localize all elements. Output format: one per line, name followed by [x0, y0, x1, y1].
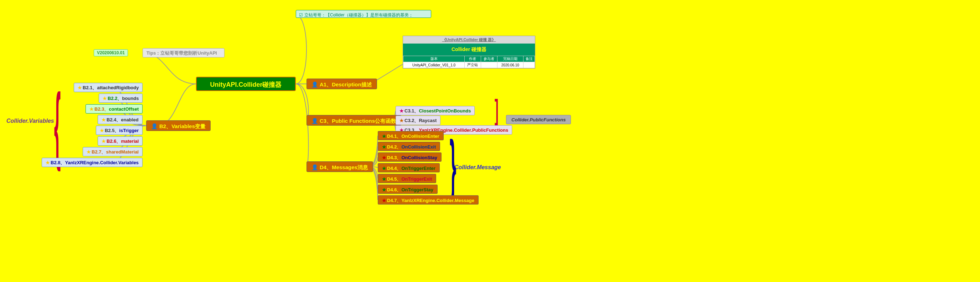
star-icon: ★: [382, 176, 386, 182]
person-icon: 👤: [312, 118, 318, 124]
branch-d4-label: D4、Messages消息: [320, 164, 368, 170]
branch-d4[interactable]: 👤D4、Messages消息: [307, 161, 373, 172]
leaf-D4.5[interactable]: ★D4.5、OnTriggerExit: [378, 174, 436, 183]
bullet-icon: ★: [89, 106, 94, 112]
root-node[interactable]: UnityAPI.Collider碰撞器: [196, 77, 296, 91]
top-note: ☑立钻哥哥：【Collider（碰撞器）】是所有碰撞器的基类；: [296, 10, 431, 18]
leaf-B2.6[interactable]: ★B2.6、material: [98, 136, 143, 146]
branch-b2[interactable]: 👤B2、Variables变量: [146, 120, 211, 131]
star-icon: ★: [399, 108, 404, 114]
star-icon: ★: [382, 198, 386, 203]
star-icon: ★: [382, 155, 386, 160]
bullet-icon: ★: [87, 149, 91, 155]
leaf-D4.4[interactable]: ★D4.4、OnTriggerEnter: [378, 163, 440, 172]
doc-table: 版本作者参与者完稿日期备注 UnityAPI_Collider_V01_1.0严…: [403, 56, 535, 68]
tips-node: Tips：立钻哥哥带您剖析UnityAPI: [143, 48, 224, 58]
bullet-icon: ★: [102, 138, 106, 144]
doc-th: 备注: [523, 56, 535, 62]
star-icon: ★: [382, 166, 386, 171]
check-icon: ☑: [299, 13, 303, 18]
bullet-icon: ★: [78, 85, 82, 90]
star-icon: ★: [382, 133, 386, 139]
branch-a1[interactable]: 👤A1、Description描述: [307, 79, 377, 89]
leaf-C3.2[interactable]: ★C3.2、Raycast: [396, 115, 441, 125]
leaf-D4.6[interactable]: ★D4.6、OnTriggerStay: [378, 184, 438, 194]
leaf-B2.2[interactable]: ★B2.2、bounds: [99, 93, 143, 103]
leaf-D4.1[interactable]: ★D4.1、OnCollisionEnter: [378, 131, 444, 140]
leaf-D4.3[interactable]: ★D4.3、OnCollisionStay: [378, 152, 442, 162]
doc-subtitle: Collider 碰撞器: [403, 43, 535, 56]
tag-message: Collider.Message: [454, 164, 501, 171]
person-icon: 👤: [151, 123, 158, 129]
leaf-C3.1[interactable]: ★C3.1、ClosestPointOnBounds: [396, 106, 475, 115]
doc-td: 2020.06.10: [497, 62, 523, 68]
document-preview: 《UnityAPI.Collider 碰撞 器》 Collider 碰撞器 版本…: [403, 36, 535, 69]
leaf-B2.1[interactable]: ★B2.1、attachedRigidbody: [74, 83, 143, 92]
bullet-icon: ★: [103, 96, 107, 101]
bullet-icon: ★: [46, 160, 50, 165]
doc-th: 参与者: [481, 56, 497, 62]
leaf-D4.2[interactable]: ★D4.2、OnCollisionExit: [378, 142, 440, 151]
doc-td: 严立钻: [465, 62, 481, 68]
doc-th: 版本: [403, 56, 465, 62]
branch-c3[interactable]: 👤C3、Public Functions公有函数: [307, 115, 401, 126]
doc-td: [481, 62, 497, 68]
bullet-icon: ★: [100, 128, 104, 133]
branch-a1-label: A1、Description描述: [320, 82, 372, 87]
doc-th: 作者: [465, 56, 481, 62]
tag-publicfunctions: Collider.PublicFunctions: [506, 115, 571, 124]
brace-right-d4-icon: }: [450, 126, 457, 205]
star-icon: ★: [399, 118, 404, 123]
star-icon: ★: [382, 144, 386, 149]
leaf-B2.4[interactable]: ★B2.4、enabled: [98, 115, 143, 124]
leaf-D4.7[interactable]: ★D4.7、YanlzXREngine.Collider.Message: [378, 195, 479, 205]
bullet-icon: ★: [102, 117, 106, 122]
person-icon: 👤: [312, 82, 318, 87]
brace-right-c3-icon: ]: [495, 93, 498, 127]
branch-b2-label: B2、Variables变量: [159, 123, 205, 129]
leaf-B2.3[interactable]: ★B2.3、contactOffset: [86, 104, 143, 114]
doc-th: 完稿日期: [497, 56, 523, 62]
doc-td: UnityAPI_Collider_V01_1.0: [403, 62, 465, 68]
leaf-B2.7[interactable]: ★B2.7、sharedMaterial: [83, 147, 143, 156]
version-badge: V20200610.01: [94, 49, 128, 56]
person-icon: 👤: [312, 164, 318, 170]
leaf-B2.8[interactable]: ★B2.8、YanlzXREngine.Collider.Variables: [42, 158, 143, 167]
star-icon: ★: [382, 187, 386, 192]
tag-variables: Collider.Variables: [6, 118, 54, 124]
branch-c3-label: C3、Public Functions公有函数: [320, 118, 396, 124]
doc-td: [523, 62, 535, 68]
doc-title: 《UnityAPI.Collider 碰撞 器》: [403, 36, 535, 43]
top-note-text: 立钻哥哥：【Collider（碰撞器）】是所有碰撞器的基类；: [304, 13, 413, 18]
leaf-B2.5[interactable]: ★B2.5、isTrigger: [96, 126, 143, 135]
